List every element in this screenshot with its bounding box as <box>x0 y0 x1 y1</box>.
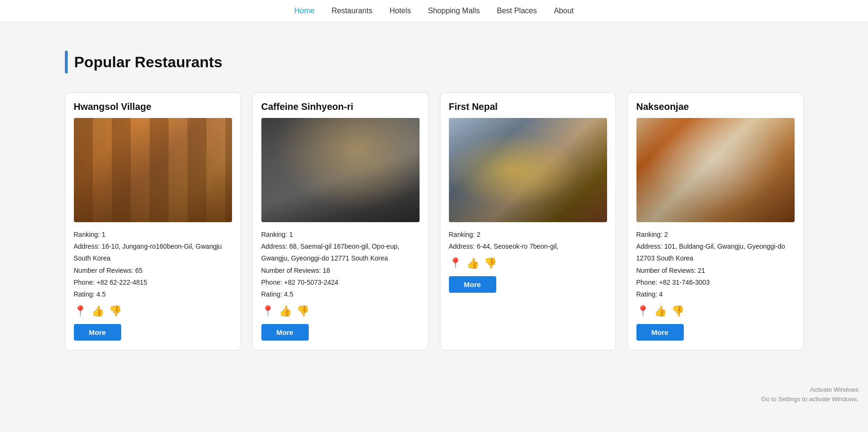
card-image <box>261 118 420 222</box>
restaurant-card: Nakseonjae Ranking: 2 Address: 101, Buld… <box>627 92 804 351</box>
card-info: Ranking: 2 Address: 6-44, Seoseok-ro 7be… <box>449 229 607 252</box>
cards-grid: Hwangsol Village Ranking: 1 Address: 16-… <box>65 92 804 351</box>
restaurant-card: First Nepal Ranking: 2 Address: 6-44, Se… <box>440 92 616 351</box>
card-info: Ranking: 1 Address: 16-10, Jungang-ro160… <box>74 229 232 300</box>
nav-restaurants[interactable]: Restaurants <box>331 7 372 15</box>
card-name: Nakseonjae <box>636 101 795 112</box>
nav-about[interactable]: About <box>554 7 574 15</box>
restaurant-card: Caffeine Sinhyeon-ri Ranking: 1 Address:… <box>252 92 429 351</box>
card-image <box>449 118 607 222</box>
section-header: Popular Restaurants <box>65 51 804 73</box>
thumbs-up-icon[interactable]: 👍 <box>654 305 667 317</box>
thumbs-up-icon[interactable]: 👍 <box>466 257 479 270</box>
card-icons: 📍 👍 👎 <box>449 257 607 270</box>
section-title: Popular Restaurants <box>74 54 223 71</box>
card-name: Hwangsol Village <box>74 101 232 112</box>
more-button[interactable]: More <box>636 324 684 341</box>
nav-hotels[interactable]: Hotels <box>389 7 411 15</box>
pin-icon: 📍 <box>261 305 274 317</box>
card-icons: 📍 👍 👎 <box>636 305 795 317</box>
pin-icon: 📍 <box>449 257 462 270</box>
card-image <box>74 118 232 222</box>
page-content: Popular Restaurants Hwangsol Village Ran… <box>55 22 813 369</box>
thumbs-up-icon[interactable]: 👍 <box>279 305 292 317</box>
card-info: Ranking: 1 Address: 68, Saemal-gil 167be… <box>261 229 420 300</box>
nav-home[interactable]: Home <box>294 7 314 15</box>
pin-icon: 📍 <box>74 305 87 317</box>
more-button[interactable]: More <box>74 324 121 341</box>
card-name: Caffeine Sinhyeon-ri <box>261 101 420 112</box>
card-icons: 📍 👍 👎 <box>261 305 420 317</box>
nav-best-places[interactable]: Best Places <box>497 7 537 15</box>
nav-shopping-malls[interactable]: Shopping Malls <box>428 7 480 15</box>
card-image <box>636 118 795 222</box>
more-button[interactable]: More <box>261 324 309 341</box>
thumbs-up-icon[interactable]: 👍 <box>91 305 104 317</box>
card-icons: 📍 👍 👎 <box>74 305 232 317</box>
more-button[interactable]: More <box>449 276 496 293</box>
thumbs-down-icon[interactable]: 👎 <box>296 305 309 317</box>
thumbs-down-icon[interactable]: 👎 <box>671 305 684 317</box>
restaurant-card: Hwangsol Village Ranking: 1 Address: 16-… <box>65 92 241 351</box>
thumbs-down-icon[interactable]: 👎 <box>109 305 122 317</box>
main-nav: Home Restaurants Hotels Shopping Malls B… <box>0 0 868 22</box>
thumbs-down-icon[interactable]: 👎 <box>484 257 497 270</box>
pin-icon: 📍 <box>636 305 649 317</box>
card-info: Ranking: 2 Address: 101, Buldang-Gil, Gw… <box>636 229 795 300</box>
card-name: First Nepal <box>449 101 607 112</box>
section-bar <box>65 51 68 73</box>
